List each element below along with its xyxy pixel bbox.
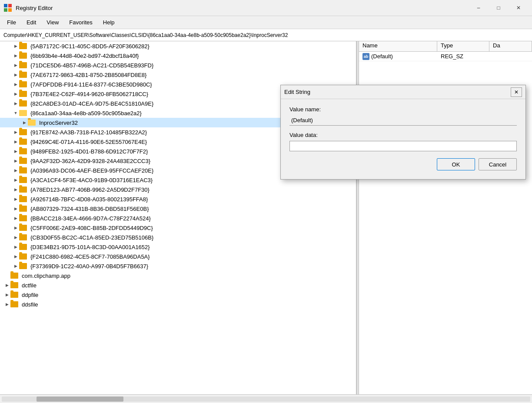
tree-expander[interactable]: ▶	[12, 71, 19, 78]
right-panel-header: Name Type Da	[359, 41, 532, 52]
bottom-scrollbar[interactable]	[0, 394, 532, 403]
tree-expander[interactable]: ▶	[12, 253, 19, 260]
tree-item[interactable]: ▶{AB807329-7324-431B-8B36-DBD581F56E0B}	[0, 204, 356, 213]
tree-item-label: {A78ED123-AB77-406B-9962-2A5D9D2F7F30}	[30, 187, 150, 193]
tree-item[interactable]: ▶{F241C880-6982-4CE5-8CF7-7085BA96DA5A}	[0, 252, 356, 261]
tree-item[interactable]: ▶ddpfile	[0, 290, 356, 300]
tree-expander[interactable]: ▶	[12, 157, 19, 164]
folder-icon	[19, 196, 27, 202]
tree-expander[interactable]: ▶	[3, 291, 10, 298]
ok-button[interactable]: OK	[437, 158, 475, 170]
folder-icon	[19, 263, 27, 269]
tree-item-label: {A0396A93-DC06-4AEF-BEE9-95FFCCAEF20E}	[30, 167, 153, 174]
tree-expander[interactable]	[3, 272, 10, 279]
svg-rect-2	[4, 8, 7, 12]
tree-expander[interactable]: ▶	[12, 129, 19, 136]
folder-icon	[19, 234, 27, 240]
value-name-text: (Default)	[371, 53, 393, 60]
tree-expander[interactable]: ▶	[12, 100, 19, 107]
folder-icon	[19, 225, 27, 231]
tree-item-label: com.clipchamp.app	[22, 273, 70, 279]
folder-icon	[19, 187, 27, 193]
tree-expander[interactable]: ▶	[21, 119, 28, 126]
tree-item[interactable]: ▶{D3E34B21-9D75-101A-8C3D-00AA001A1652}	[0, 242, 356, 252]
tree-expander[interactable]: ▶	[12, 148, 19, 155]
tree-expander[interactable]: ▶	[12, 52, 19, 59]
folder-icon	[19, 81, 27, 87]
tree-expander[interactable]: ▶	[12, 81, 19, 88]
address-bar: Computer\HKEY_CURRENT_USER\Software\Clas…	[0, 29, 532, 41]
cancel-button[interactable]: Cancel	[479, 158, 517, 170]
tree-expander[interactable]: ▶	[12, 263, 19, 270]
tree-expander[interactable]: ▶	[3, 301, 10, 308]
tree-expander[interactable]: ▶	[12, 167, 19, 174]
edit-string-dialog: Edit String ✕ Value name: Value data: OK…	[280, 85, 526, 180]
tree-item-label: {7B37E4E2-C62F-4914-9620-8FB5062718CC}	[30, 91, 148, 97]
tree-item-label: {F241C880-6982-4CE5-8CF7-7085BA96DA5A}	[30, 253, 150, 260]
tree-item[interactable]: ▶{5AB7172C-9C11-405C-8DD5-AF20F3606282}	[0, 41, 356, 51]
folder-icon	[19, 72, 27, 78]
dialog-buttons: OK Cancel	[289, 158, 517, 172]
menu-item-edit[interactable]: Edit	[21, 17, 41, 27]
folder-icon	[19, 53, 27, 59]
tree-expander[interactable]: ▶	[12, 243, 19, 250]
registry-row[interactable]: ab (Default) REG_SZ	[359, 52, 532, 61]
tree-item[interactable]: ▶{A926714B-7BFC-4D08-A035-80021395FFA8}	[0, 194, 356, 204]
folder-icon	[10, 282, 18, 288]
value-data-input[interactable]	[289, 141, 517, 151]
tree-expander[interactable]: ▶	[12, 196, 19, 203]
value-data-label: Value data:	[289, 132, 517, 138]
tree-item[interactable]: ▶{6bb93b4e-44d8-40e2-bd97-42dbcf18a40f}	[0, 51, 356, 60]
tree-item[interactable]: ▶{71DCE5D6-4B57-496B-AC21-CD5B54EB93FD}	[0, 60, 356, 70]
tree-item[interactable]: ▶{F37369D9-1C22-40A0-A997-0B4D5F7B6637}	[0, 261, 356, 271]
tree-expander[interactable]: ▶	[12, 186, 19, 193]
tree-item[interactable]: ▶{BBACC218-34EA-4666-9D7A-C78F2274A524}	[0, 213, 356, 223]
close-button[interactable]: ✕	[509, 1, 529, 15]
folder-icon	[19, 206, 27, 212]
menu-item-favorites[interactable]: Favorites	[64, 17, 97, 27]
tree-expander[interactable]: ▶	[12, 224, 19, 231]
tree-expander[interactable]: ▶	[12, 62, 19, 69]
value-name-label: Value name:	[289, 106, 517, 113]
tree-item-label: {71DCE5D6-4B57-496B-AC21-CD5B54EB93FD}	[30, 62, 153, 69]
tree-item[interactable]: ▶{A78ED123-AB77-406B-9962-2A5D9D2F7F30}	[0, 185, 356, 194]
menu-item-file[interactable]: File	[2, 17, 21, 27]
tree-item[interactable]: ▶dctfile	[0, 280, 356, 290]
title-bar: Registry Editor – □ ✕	[0, 0, 532, 16]
svg-rect-1	[8, 4, 12, 7]
maximize-button[interactable]: □	[489, 1, 509, 15]
dialog-title-bar: Edit String ✕	[281, 85, 525, 99]
dialog-close-button[interactable]: ✕	[511, 87, 522, 97]
tree-item-label: ddsfile	[22, 301, 38, 308]
tree-expander[interactable]: ▶	[12, 234, 19, 241]
tree-expander[interactable]: ▶	[3, 282, 10, 289]
svg-rect-0	[4, 4, 7, 7]
folder-icon	[10, 301, 18, 307]
scroll-thumb[interactable]	[37, 396, 123, 402]
minimize-button[interactable]: –	[469, 1, 489, 15]
tree-item[interactable]: ▶{CB3D0F55-BC2C-4C1A-85ED-23ED75B5106B}	[0, 233, 356, 242]
value-name-input[interactable]	[289, 115, 517, 126]
tree-item[interactable]: com.clipchamp.app	[0, 271, 356, 280]
tree-item[interactable]: ▶{7AE67172-9863-42B1-8750-2B85084FD8E8}	[0, 70, 356, 80]
tree-expander[interactable]: ▼	[12, 110, 19, 117]
folder-icon	[19, 148, 27, 154]
tree-item-label: {9489FEB2-1925-4D01-B788-6D912C70F7F2}	[30, 148, 148, 155]
menu-item-view[interactable]: View	[41, 17, 64, 27]
folder-icon	[19, 244, 27, 250]
tree-expander[interactable]: ▶	[12, 138, 19, 145]
folder-icon	[19, 110, 27, 116]
tree-item[interactable]: ▶ddsfile	[0, 300, 356, 309]
tree-item-label: {7AE67172-9863-42B1-8750-2B85084FD8E8}	[30, 72, 146, 78]
tree-expander[interactable]: ▶	[12, 177, 19, 183]
scroll-track[interactable]	[2, 396, 530, 402]
tree-expander[interactable]: ▶	[12, 43, 19, 50]
tree-item[interactable]: ▶{C5FF006E-2AE9-408C-B85B-2DFDD5449D9C}	[0, 223, 356, 233]
tree-expander[interactable]: ▶	[12, 205, 19, 212]
menu-item-help[interactable]: Help	[98, 17, 120, 27]
tree-expander[interactable]: ▶	[12, 90, 19, 97]
folder-icon	[19, 158, 27, 164]
svg-rect-3	[8, 8, 12, 12]
tree-item-label: {9AA2F32D-362A-42D9-9328-24A483E2CCC3}	[30, 158, 150, 164]
tree-expander[interactable]: ▶	[12, 215, 19, 222]
